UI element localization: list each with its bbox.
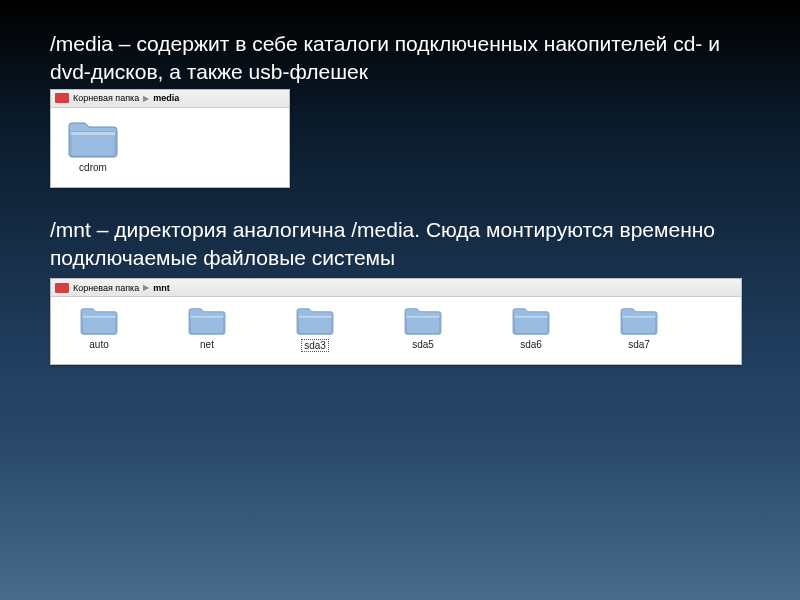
folder-icon xyxy=(403,305,443,335)
folder-item[interactable]: cdrom xyxy=(63,118,123,173)
folder-item[interactable]: net xyxy=(177,305,237,352)
root-folder-icon[interactable] xyxy=(55,283,69,293)
folder-grid: autonetsda3sda5sda6sda7 xyxy=(51,297,741,364)
folder-icon xyxy=(295,305,335,335)
folder-icon xyxy=(67,118,119,158)
folder-icon xyxy=(79,305,119,335)
folder-label: sda3 xyxy=(301,339,329,352)
breadcrumb[interactable]: Корневая папка ▶ media xyxy=(51,90,289,108)
folder-item[interactable]: sda7 xyxy=(609,305,669,352)
folder-grid: cdrom xyxy=(51,108,289,187)
folder-icon xyxy=(187,305,227,335)
file-manager-media: Корневая папка ▶ media cdrom xyxy=(50,89,290,188)
mnt-description: /mnt – директория аналогична /media. Сюд… xyxy=(50,216,750,273)
chevron-right-icon: ▶ xyxy=(143,283,149,292)
breadcrumb-current[interactable]: mnt xyxy=(153,283,170,293)
folder-item[interactable]: sda6 xyxy=(501,305,561,352)
breadcrumb-current[interactable]: media xyxy=(153,93,179,103)
breadcrumb[interactable]: Корневая папка ▶ mnt xyxy=(51,279,741,297)
media-description: /media – содержит в себе каталоги подклю… xyxy=(50,30,750,87)
root-folder-icon[interactable] xyxy=(55,93,69,103)
folder-item[interactable]: sda5 xyxy=(393,305,453,352)
folder-label: auto xyxy=(87,339,110,350)
folder-label: sda5 xyxy=(410,339,436,350)
folder-item[interactable]: auto xyxy=(69,305,129,352)
folder-label: sda7 xyxy=(626,339,652,350)
folder-item[interactable]: sda3 xyxy=(285,305,345,352)
chevron-right-icon: ▶ xyxy=(143,94,149,103)
breadcrumb-root[interactable]: Корневая папка xyxy=(73,283,139,293)
breadcrumb-root[interactable]: Корневая папка xyxy=(73,93,139,103)
file-manager-mnt: Корневая папка ▶ mnt autonetsda3sda5sda6… xyxy=(50,278,742,365)
folder-icon xyxy=(619,305,659,335)
folder-label: net xyxy=(198,339,216,350)
folder-label: sda6 xyxy=(518,339,544,350)
folder-label: cdrom xyxy=(77,162,109,173)
folder-icon xyxy=(511,305,551,335)
